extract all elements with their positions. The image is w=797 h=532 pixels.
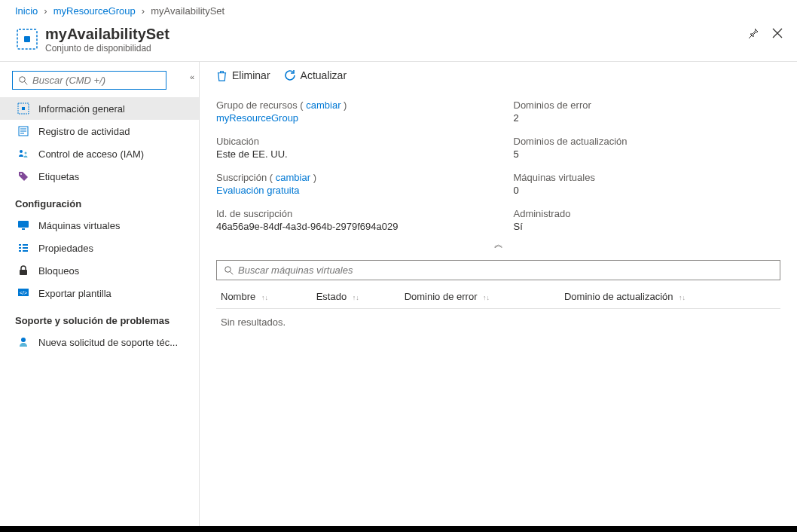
bottom-border	[0, 526, 797, 532]
essential-subscription: Suscripción ( cambiar ) Evaluación gratu…	[216, 172, 484, 196]
essential-resource-group: Grupo de recursos ( cambiar ) myResource…	[216, 99, 484, 124]
essential-managed: Administrado Sí	[514, 208, 781, 232]
delete-label: Eliminar	[232, 69, 270, 81]
essential-value: Este de EE. UU.	[216, 148, 484, 160]
sort-icon: ↑↓	[483, 294, 490, 301]
sidebar-search-input[interactable]	[32, 75, 160, 86]
chevron-right-icon: ›	[142, 5, 145, 17]
sidebar-item-export-template[interactable]: </> Exportar plantilla	[0, 282, 199, 304]
svg-point-2	[20, 76, 26, 82]
sidebar-item-locks[interactable]: Bloqueos	[0, 259, 199, 282]
search-icon	[224, 266, 234, 275]
trash-icon	[216, 70, 227, 81]
sidebar-item-overview[interactable]: Información general	[0, 97, 199, 120]
table-row-empty: Sin resultados.	[216, 309, 780, 336]
breadcrumb-home[interactable]: Inicio	[15, 5, 38, 17]
svg-rect-5	[22, 107, 25, 110]
sidebar-item-tags[interactable]: Etiquetas	[0, 165, 199, 188]
export-template-icon: </>	[17, 287, 29, 299]
sidebar-section-settings: Configuración	[0, 188, 199, 214]
column-header-fault-domain[interactable]: Dominio de error ↑↓	[400, 285, 560, 309]
sidebar-item-new-support-request[interactable]: Nueva solicitud de soporte téc...	[0, 331, 199, 353]
vm-search[interactable]	[216, 260, 780, 280]
sidebar-item-label: Registro de actividad	[38, 126, 130, 137]
support-icon	[17, 336, 29, 348]
essential-virtual-machines: Máquinas virtuales 0	[514, 172, 781, 196]
close-button[interactable]	[771, 27, 785, 41]
column-header-update-domain[interactable]: Dominio de actualización ↑↓	[560, 285, 780, 309]
column-label: Dominio de error	[405, 291, 478, 302]
svg-line-26	[231, 271, 234, 274]
svg-rect-21	[20, 270, 27, 275]
sidebar-item-label: Propiedades	[38, 243, 93, 254]
essentials-collapse-button[interactable]: ︽	[200, 237, 797, 255]
column-label: Estado	[316, 291, 347, 302]
sidebar-item-label: Control de acceso (IAM)	[38, 148, 144, 160]
resource-group-link[interactable]: myResourceGroup	[216, 112, 298, 124]
breadcrumb: Inicio › myResourceGroup › myAvailabilit…	[0, 0, 797, 23]
main-split: « Información general Registro de activi…	[0, 62, 797, 532]
change-resource-group-link[interactable]: cambiar	[306, 99, 340, 111]
page-subtitle: Conjunto de disponibilidad	[45, 43, 169, 54]
sidebar-section-support: Soporte y solución de problemas	[0, 304, 199, 331]
svg-point-24	[21, 338, 26, 342]
svg-point-12	[20, 173, 22, 175]
refresh-icon	[284, 69, 296, 81]
chevron-up-icon: ︽	[494, 239, 503, 249]
sidebar-item-access-control[interactable]: Control de acceso (IAM)	[0, 142, 199, 165]
column-header-status[interactable]: Estado ↑↓	[312, 285, 400, 309]
sidebar-item-label: Etiquetas	[38, 171, 79, 182]
essential-value: Sí	[514, 221, 781, 232]
column-label: Dominio de actualización	[564, 291, 673, 302]
search-icon	[19, 76, 28, 85]
svg-line-3	[25, 81, 28, 84]
essential-label: Administrado	[514, 208, 781, 219]
svg-rect-14	[22, 228, 25, 230]
chevron-right-icon: ›	[44, 5, 47, 17]
svg-rect-13	[18, 221, 29, 228]
svg-point-10	[20, 150, 23, 153]
essential-label: Máquinas virtuales	[514, 172, 781, 183]
svg-text:</>: </>	[20, 290, 27, 295]
sidebar-item-activity-log[interactable]: Registro de actividad	[0, 120, 199, 142]
sidebar-item-label: Máquinas virtuales	[38, 220, 120, 231]
sidebar: « Información general Registro de activi…	[0, 62, 200, 532]
activity-log-icon	[17, 125, 29, 137]
delete-button[interactable]: Eliminar	[216, 69, 270, 81]
subscription-link[interactable]: Evaluación gratuita	[216, 185, 300, 196]
essential-value: 2	[514, 112, 781, 124]
essential-update-domains: Dominios de actualización 5	[514, 136, 781, 160]
essential-label: Suscripción	[216, 172, 267, 183]
properties-icon	[17, 242, 29, 254]
essential-label: Dominios de error	[514, 99, 781, 111]
vm-search-input[interactable]	[238, 264, 772, 276]
breadcrumb-current: myAvailabilitySet	[151, 5, 224, 17]
no-results-text: Sin resultados.	[216, 309, 780, 336]
pin-button[interactable]	[747, 27, 761, 41]
essentials-panel: Grupo de recursos ( cambiar ) myResource…	[200, 89, 797, 237]
essential-label: Grupo de recursos	[216, 99, 298, 111]
essential-subscription-id: Id. de suscripción 46a56a9e-84df-4a3d-96…	[216, 208, 484, 232]
refresh-button[interactable]: Actualizar	[284, 69, 347, 81]
sidebar-search[interactable]	[12, 71, 166, 90]
lock-icon	[17, 264, 29, 277]
vm-table: Nombre ↑↓ Estado ↑↓ Dominio de error ↑↓ …	[216, 285, 780, 335]
column-header-name[interactable]: Nombre ↑↓	[216, 285, 312, 309]
collapse-sidebar-button[interactable]: «	[190, 72, 194, 81]
sidebar-item-label: Exportar plantilla	[38, 288, 111, 299]
sidebar-item-label: Información general	[38, 103, 125, 115]
sidebar-item-label: Nueva solicitud de soporte téc...	[38, 337, 178, 348]
essential-label: Id. de suscripción	[216, 208, 484, 219]
sidebar-item-virtual-machines[interactable]: Máquinas virtuales	[0, 214, 199, 237]
refresh-label: Actualizar	[301, 69, 347, 81]
tags-icon	[17, 170, 29, 182]
sidebar-item-properties[interactable]: Propiedades	[0, 237, 199, 259]
page-title: myAvailabilitySet	[45, 26, 169, 43]
essential-location: Ubicación Este de EE. UU.	[216, 136, 484, 160]
breadcrumb-resource-group[interactable]: myResourceGroup	[53, 5, 136, 17]
essential-value: 5	[514, 148, 781, 160]
change-subscription-link[interactable]: cambiar	[276, 172, 310, 183]
blade-header: myAvailabilitySet Conjunto de disponibil…	[0, 23, 797, 62]
sort-icon: ↑↓	[353, 294, 359, 301]
sort-icon: ↑↓	[679, 294, 686, 301]
